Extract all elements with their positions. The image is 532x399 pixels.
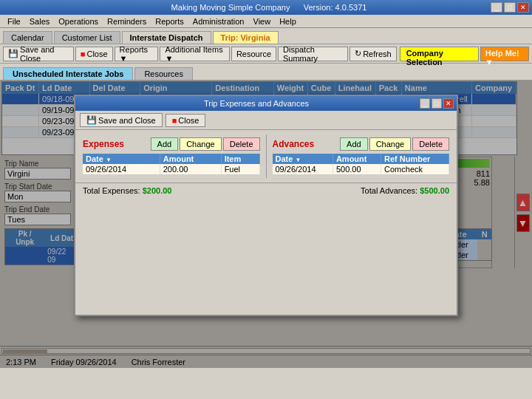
exp-col-item: Item xyxy=(221,154,259,164)
tab-calendar[interactable]: Calendar xyxy=(3,31,52,44)
close-icon: ■ xyxy=(81,50,86,58)
expenses-title: Expenses xyxy=(83,139,124,149)
main-content: Pack Dt Ld Date Del Date Origin Destinat… xyxy=(0,80,532,368)
menu-sales[interactable]: Sales xyxy=(25,16,55,27)
exp-col-amount: Amount xyxy=(160,154,221,164)
modal-title-bar: Trip Expenses and Advances _ □ ✕ xyxy=(75,96,457,111)
save-close-button[interactable]: 💾 Save and Close xyxy=(3,47,74,61)
tab-trip-virginia[interactable]: Trip: Virginia xyxy=(213,31,279,44)
menu-operations[interactable]: Operations xyxy=(54,16,103,27)
menu-reports[interactable]: Reports xyxy=(151,16,188,27)
expenses-header: Expenses Add Change Delete xyxy=(83,137,260,151)
modal-maximize-button[interactable]: □ xyxy=(432,98,442,109)
modal-body: Expenses Add Change Delete Date ▼ Amount xyxy=(75,130,457,183)
tab-customer-list[interactable]: Customer List xyxy=(54,31,120,44)
expenses-section: Expenses Add Change Delete Date ▼ Amount xyxy=(80,134,263,178)
close-icon: ■ xyxy=(172,116,177,125)
menu-file[interactable]: File xyxy=(3,16,25,27)
total-advances: Total Advances: $500.00 xyxy=(361,186,449,195)
menu-administration[interactable]: Administration xyxy=(188,16,249,27)
tab-unscheduled-jobs[interactable]: Unscheduled Interstate Jobs xyxy=(3,67,133,80)
maximize-button[interactable]: □ xyxy=(504,2,516,13)
advances-section: Advances Add Change Delete Date ▼ Amount xyxy=(270,134,453,178)
expense-row[interactable]: 09/26/2014 200.00 Fuel xyxy=(83,164,259,175)
adv-col-amount: Amount xyxy=(332,154,381,164)
advances-table: Date ▼ Amount Ref Number 09/26/2014 500.… xyxy=(273,154,450,175)
minimize-button[interactable]: _ xyxy=(491,2,502,13)
advances-title: Advances xyxy=(273,139,315,149)
advances-delete-button[interactable]: Delete xyxy=(412,137,449,151)
exp-col-date: Date ▼ xyxy=(83,154,160,164)
app-title: Making Moving Simple Company Version: 4.… xyxy=(47,3,491,12)
tab-resources[interactable]: Resources xyxy=(134,67,193,80)
menu-help[interactable]: Help xyxy=(275,16,301,27)
total-expenses: Total Expenses: $200.00 xyxy=(83,186,171,195)
adv-col-ref: Ref Number xyxy=(381,154,449,164)
modal-title: Trip Expenses and Advances xyxy=(93,99,420,108)
expenses-table: Date ▼ Amount Item 09/26/2014 200.00 Fue… xyxy=(83,154,260,175)
modal-minimize-button[interactable]: _ xyxy=(420,98,430,109)
dispatch-summary-button[interactable]: Dispatch Summary xyxy=(278,47,348,61)
sub-tab-bar: Unscheduled Interstate Jobs Resources xyxy=(0,64,532,80)
menu-reminders[interactable]: Reminders xyxy=(103,16,151,27)
modal-close-icon-button[interactable]: ✕ xyxy=(443,98,454,109)
company-selection-button[interactable]: Company Selection xyxy=(400,47,479,61)
additional-items-button[interactable]: Additional Items ▼ xyxy=(160,47,230,61)
refresh-icon: ↻ xyxy=(355,49,361,58)
modal-footer: Total Expenses: $200.00 Total Advances: … xyxy=(75,183,457,198)
expenses-buttons: Add Change Delete xyxy=(151,137,260,151)
modal-toolbar: 💾 Save and Close ■ Close xyxy=(75,111,457,130)
close-window-button[interactable]: ✕ xyxy=(517,2,529,13)
expenses-add-button[interactable]: Add xyxy=(151,137,179,151)
section-divider xyxy=(266,134,267,178)
title-bar: Making Moving Simple Company Version: 4.… xyxy=(0,0,532,15)
modal-save-close-button[interactable]: 💾 Save and Close xyxy=(80,113,163,127)
modal-overlay: Trip Expenses and Advances _ □ ✕ 💾 Save … xyxy=(0,80,532,368)
advances-header: Advances Add Change Delete xyxy=(273,137,450,151)
advances-buttons: Add Change Delete xyxy=(340,137,449,151)
toolbar: 💾 Save and Close ■ Close Reports ▼ Addit… xyxy=(0,44,532,64)
refresh-button[interactable]: ↻ Refresh xyxy=(349,47,397,61)
advances-add-button[interactable]: Add xyxy=(340,137,368,151)
close-button[interactable]: ■ Close xyxy=(75,47,113,61)
expenses-delete-button[interactable]: Delete xyxy=(223,137,260,151)
advance-row[interactable]: 09/26/2014 500.00 Comcheck xyxy=(273,164,449,175)
save-icon: 💾 xyxy=(8,49,18,58)
resource-button[interactable]: Resource xyxy=(231,47,276,61)
menu-view[interactable]: View xyxy=(249,16,276,27)
adv-col-date: Date ▼ xyxy=(273,154,333,164)
trip-expenses-modal: Trip Expenses and Advances _ □ ✕ 💾 Save … xyxy=(74,95,458,316)
menu-bar: File Sales Operations Reminders Reports … xyxy=(0,15,532,28)
main-tab-bar: Calendar Customer List Interstate Dispat… xyxy=(0,28,532,44)
save-icon: 💾 xyxy=(86,115,97,125)
tab-interstate-dispatch[interactable]: Interstate Dispatch xyxy=(122,31,211,44)
expenses-change-button[interactable]: Change xyxy=(180,137,222,151)
help-button[interactable]: Help Me! ▼ xyxy=(480,47,529,61)
reports-button[interactable]: Reports ▼ xyxy=(115,47,159,61)
modal-close-button[interactable]: ■ Close xyxy=(166,114,206,127)
advances-change-button[interactable]: Change xyxy=(369,137,412,151)
